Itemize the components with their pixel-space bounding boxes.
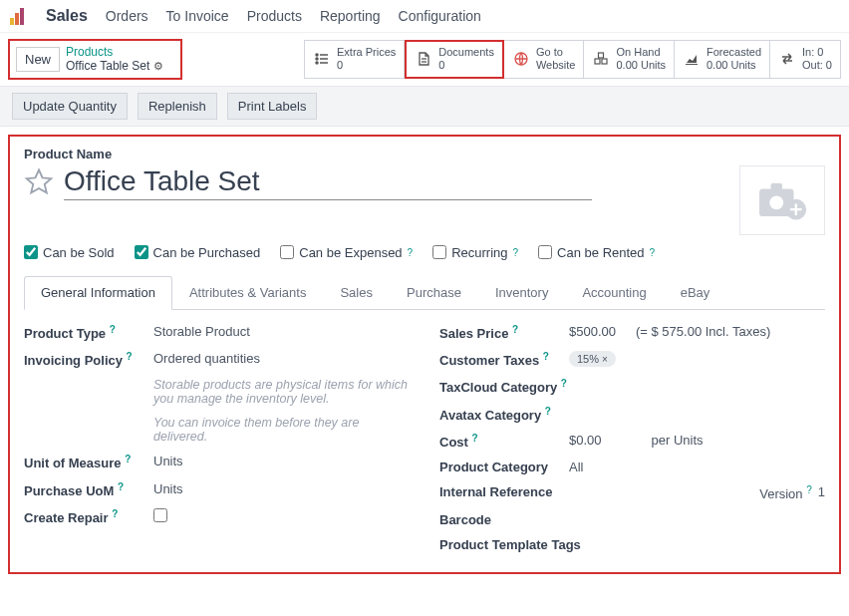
app-name[interactable]: Sales [46,7,88,25]
can-be-rented-checkbox[interactable] [538,245,552,259]
help-icon[interactable]: ? [561,378,567,389]
svg-point-3 [316,54,318,56]
help-icon[interactable]: ? [110,324,116,335]
print-labels-button[interactable]: Print Labels [227,93,318,120]
can-be-expensed[interactable]: Can be Expensed ? [280,245,413,260]
help-icon[interactable]: ? [650,247,656,258]
product-name-label: Product Name [24,147,825,161]
version-value: 1 [818,484,825,501]
tab-purchase[interactable]: Purchase [390,276,478,309]
tab-attributes-variants[interactable]: Attributes & Variants [172,276,324,309]
barcode-value[interactable] [569,512,825,527]
can-be-purchased[interactable]: Can be Purchased [135,245,261,260]
new-button[interactable]: New [16,47,60,72]
sales-price-incl: (= $ 575.00 Incl. Taxes) [636,324,770,341]
avatax-label: Avatax Category ? [439,406,569,423]
help-icon[interactable]: ? [806,484,812,495]
menu-to-invoice[interactable]: To Invoice [166,8,229,24]
replenish-button[interactable]: Replenish [138,93,217,120]
help-icon[interactable]: ? [512,324,518,335]
svg-rect-0 [10,18,14,25]
help-icon[interactable]: ? [513,247,519,258]
taxcloud-label: TaxCloud Category ? [439,378,569,395]
stat-on-hand[interactable]: On Hand 0.00 Units [584,40,675,78]
uom-value[interactable]: Units [153,454,410,470]
chart-icon [683,50,701,68]
customer-taxes-label: Customer Taxes ? [439,351,569,368]
create-repair-checkbox[interactable] [153,508,167,522]
breadcrumb-current: Office Table Set [66,59,149,73]
globe-icon [512,50,530,68]
can-be-purchased-checkbox[interactable] [135,245,148,259]
category-value[interactable]: All [569,460,825,474]
help-icon[interactable]: ? [543,351,549,362]
menu-configuration[interactable]: Configuration [399,8,481,24]
tab-accounting[interactable]: Accounting [565,276,663,309]
uom-label: Unit of Measure ? [24,454,153,470]
help-icon[interactable]: ? [118,481,124,492]
purchase-uom-label: Purchase UoM ? [24,481,153,498]
invoicing-policy-value[interactable]: Ordered quantities [153,351,410,368]
avatax-value[interactable] [569,406,825,423]
svg-rect-1 [15,13,19,25]
app-icon [8,6,28,26]
breadcrumb-row: New Products Office Table Set ⚙ Extra Pr… [0,33,849,86]
tax-badge[interactable]: 15% × [569,351,616,367]
update-quantity-button[interactable]: Update Quantity [12,93,128,120]
help-icon[interactable]: ? [408,247,414,258]
document-icon [415,50,432,68]
help-icon[interactable]: ? [127,351,133,362]
action-row: Update Quantity Replenish Print Labels [0,86,849,127]
recurring-checkbox[interactable] [432,245,446,259]
menu-orders[interactable]: Orders [106,8,148,24]
menu-products[interactable]: Products [247,8,302,24]
stat-forecasted[interactable]: Forecasted 0.00 Units [675,40,770,78]
tab-sales[interactable]: Sales [323,276,390,309]
breadcrumb-parent[interactable]: Products [66,45,163,59]
stat-value: 0 [337,59,396,72]
stat-documents[interactable]: Documents 0 [407,42,502,76]
gear-icon[interactable]: ⚙ [153,60,163,73]
stat-label: Extra Prices [337,46,396,59]
create-repair-label: Create Repair ? [24,508,153,525]
cost-label: Cost ? [439,433,569,450]
can-be-sold-checkbox[interactable] [24,245,38,259]
favorite-star-icon[interactable] [24,167,54,197]
help-icon[interactable]: ? [125,454,131,464]
product-form: Product Name Can be Sold Can be Purchase… [8,135,841,574]
version-label: Version ? [759,484,812,501]
product-name-input[interactable] [64,165,592,200]
can-be-sold[interactable]: Can be Sold [24,245,115,260]
can-be-expensed-checkbox[interactable] [280,245,294,259]
help-icon[interactable]: ? [472,433,478,444]
taxcloud-value[interactable] [569,378,825,395]
tab-ebay[interactable]: eBay [664,276,727,309]
template-tags-value[interactable] [609,537,825,552]
menu-reporting[interactable]: Reporting [320,8,381,24]
help-icon[interactable]: ? [545,406,551,417]
product-image-placeholder[interactable] [739,165,825,235]
svg-rect-2 [20,8,24,25]
tab-inventory[interactable]: Inventory [478,276,565,309]
list-icon [313,50,331,68]
documents-highlight: Documents 0 [405,40,504,78]
product-type-value[interactable]: Storable Product [153,324,410,341]
recurring[interactable]: Recurring ? [432,245,518,260]
purchase-uom-value[interactable]: Units [153,481,410,498]
stat-in-out[interactable]: In: 0 Out: 0 [770,40,841,78]
help-text: Storable products are physical items for… [153,378,410,406]
barcode-label: Barcode [439,512,569,527]
sales-price-value[interactable]: $500.00 [569,324,616,341]
stat-goto-website[interactable]: Go to Website [504,40,585,78]
can-be-rented[interactable]: Can be Rented ? [538,245,655,260]
transfer-icon [778,50,796,68]
help-icon[interactable]: ? [112,508,118,519]
svg-rect-14 [599,53,604,58]
cb-label: Can be Sold [43,245,115,260]
close-icon[interactable]: × [602,354,608,365]
svg-point-5 [316,58,318,60]
stat-extra-prices[interactable]: Extra Prices 0 [304,40,405,78]
cost-value[interactable]: $0.00 [569,433,602,450]
cb-label: Can be Rented [557,245,644,260]
tab-general-information[interactable]: General Information [24,276,172,310]
